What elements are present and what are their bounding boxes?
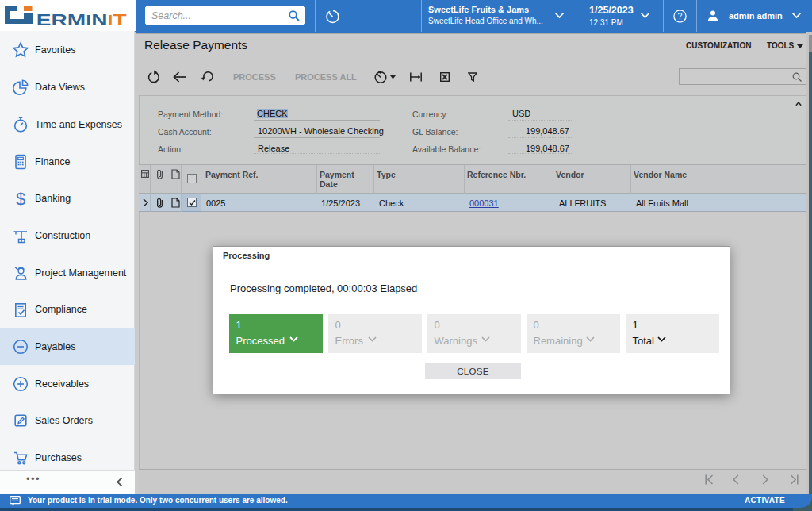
svg-text:ERMiNiT: ERMiNiT <box>36 11 127 27</box>
svg-text:?: ? <box>678 11 683 21</box>
